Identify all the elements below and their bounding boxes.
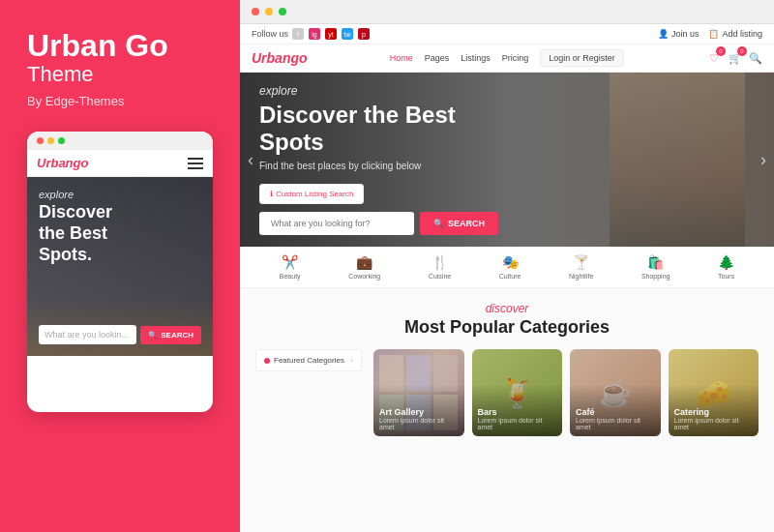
card-catering[interactable]: 🧀 Catering Lorem ipsum dolor sit amet	[669, 349, 759, 436]
categories-grid: Art Gallery Lorem ipsum dolor sit amet 🍹…	[373, 349, 759, 436]
right-panel: Follow us f ig yt tw p 👤 Join us 📋 Add l…	[240, 0, 774, 532]
info-icon: ℹ	[270, 190, 273, 198]
category-bar: ✂️ Beauty 💼 Coworking 🍴 Cuisine 🎭 Cultur…	[240, 247, 774, 288]
hero-title: Discover the Best Spots	[259, 102, 568, 155]
culture-label: Culture	[499, 273, 521, 280]
social-icons: f ig yt tw p	[292, 28, 370, 40]
left-panel: Urban Go Theme By Edge-Themes Urbango ex…	[0, 0, 240, 532]
discover-label: discover	[255, 302, 759, 315]
hero-search-bar: 🔍 SEARCH	[259, 212, 568, 235]
category-nightlife[interactable]: 🍸 Nightlife	[569, 254, 593, 280]
category-coworking[interactable]: 💼 Coworking	[348, 254, 380, 280]
facebook-icon[interactable]: f	[292, 28, 304, 40]
wishlist-count: 0	[716, 46, 726, 56]
youtube-icon[interactable]: yt	[325, 28, 337, 40]
hero-section: explore Discover the Best Spots Find the…	[240, 73, 774, 247]
section-header: discover Most Popular Categories	[255, 302, 759, 338]
cuisine-icon: 🍴	[432, 254, 448, 270]
mobile-hero-title: Discover the Best Spots.	[39, 202, 201, 265]
nav-icons: ♡ 0 🛒 0 🔍	[706, 50, 762, 66]
brand-name: Urban Go Theme	[27, 29, 213, 94]
instagram-icon[interactable]: ig	[309, 28, 320, 40]
search-button[interactable]: 🔍	[749, 52, 762, 65]
site-logo: Urbango	[252, 50, 308, 66]
browser-dot-green[interactable]	[279, 8, 286, 15]
main-content: discover Most Popular Categories Feature…	[240, 288, 774, 532]
beauty-label: Beauty	[280, 273, 301, 280]
category-tours[interactable]: 🌲 Tours	[718, 254, 734, 280]
hero-search-input[interactable]	[259, 212, 414, 235]
site-nav: Urbango Home Pages Listings Pricing Logi…	[240, 44, 774, 73]
card-bars[interactable]: 🍹 Bars Lorem ipsum dolor sit amet	[472, 349, 563, 436]
nightlife-icon: 🍸	[573, 254, 589, 270]
mobile-search-bar: What are you lookin... 🔍 SEARCH	[39, 325, 201, 344]
featured-dot	[264, 358, 270, 364]
twitter-icon[interactable]: tw	[342, 28, 353, 40]
cart-button[interactable]: 🛒 0	[728, 50, 743, 66]
follow-us: Follow us f ig yt tw p	[252, 28, 370, 40]
nav-link-listings[interactable]: Listings	[461, 53, 491, 63]
category-cuisine[interactable]: 🍴 Cuisine	[429, 254, 451, 280]
site-header: Follow us f ig yt tw p 👤 Join us 📋 Add l…	[240, 24, 774, 44]
hero-prev-arrow[interactable]: ‹	[248, 150, 253, 170]
category-culture[interactable]: 🎭 Culture	[499, 254, 521, 280]
pinterest-icon[interactable]: p	[358, 28, 370, 40]
coworking-label: Coworking	[348, 273, 380, 280]
browser-chrome	[240, 0, 774, 24]
join-us-button[interactable]: 👤 Join us	[658, 29, 700, 39]
mobile-dots	[27, 132, 213, 150]
header-right: 👤 Join us 📋 Add listing	[658, 29, 762, 39]
dot-red	[37, 137, 44, 144]
browser-dot-red[interactable]	[252, 8, 259, 15]
hero-explore-label: explore	[259, 84, 568, 98]
nav-link-pages[interactable]: Pages	[425, 53, 450, 63]
shopping-label: Shopping	[641, 273, 670, 280]
category-shopping[interactable]: 🛍️ Shopping	[641, 254, 670, 280]
hero-search-button[interactable]: 🔍 SEARCH	[420, 212, 498, 235]
featured-sidebar: Featured Categories ›	[255, 349, 362, 436]
add-listing-button[interactable]: 📋 Add listing	[708, 29, 762, 39]
hero-subtitle: Find the best places by clicking below	[259, 161, 568, 171]
brand-by: By Edge-Themes	[27, 94, 213, 108]
user-icon: 👤	[658, 29, 669, 39]
card-info-cafe: Café Lorem ipsum dolor sit amet	[576, 407, 655, 430]
mobile-search-input[interactable]: What are you lookin...	[39, 325, 136, 344]
content-layout: Featured Categories ›	[255, 349, 759, 436]
coworking-icon: 💼	[356, 254, 372, 270]
card-cafe[interactable]: ☕ Café Lorem ipsum dolor sit amet	[570, 349, 661, 436]
hero-next-arrow[interactable]: ›	[760, 150, 766, 170]
login-register-button[interactable]: Login or Register	[540, 49, 624, 67]
browser-dot-yellow[interactable]	[265, 8, 273, 15]
wishlist-button[interactable]: ♡ 0	[706, 50, 722, 66]
cart-count: 0	[737, 46, 747, 56]
category-beauty[interactable]: ✂️ Beauty	[280, 254, 301, 280]
nav-link-pricing[interactable]: Pricing	[502, 53, 529, 63]
cuisine-label: Cuisine	[429, 273, 451, 280]
search-icon: 🔍	[433, 219, 444, 228]
nav-links: Home Pages Listings Pricing Login or Reg…	[390, 49, 624, 67]
tours-label: Tours	[718, 273, 734, 280]
card-art-gallery[interactable]: Art Gallery Lorem ipsum dolor sit amet	[373, 349, 464, 436]
card-info-bars: Bars Lorem ipsum dolor sit amet	[478, 407, 557, 430]
mobile-logo: Urbango	[37, 156, 88, 170]
nightlife-label: Nightlife	[569, 273, 593, 280]
search-icon: 🔍	[148, 331, 158, 340]
beauty-icon: ✂️	[282, 254, 298, 270]
mobile-mockup: Urbango explore Discover the Best Spots.…	[27, 132, 213, 412]
shopping-icon: 🛍️	[647, 254, 664, 270]
dot-green	[58, 137, 65, 144]
culture-icon: 🎭	[502, 254, 519, 270]
featured-label: Featured Categories ›	[255, 349, 362, 371]
card-info-catering: Catering Lorem ipsum dolor sit amet	[674, 407, 754, 430]
mobile-nav: Urbango	[27, 150, 213, 177]
listing-icon: 📋	[708, 29, 719, 39]
nav-link-home[interactable]: Home	[390, 53, 413, 63]
mobile-hero: explore Discover the Best Spots. What ar…	[27, 177, 213, 356]
custom-listing-btn[interactable]: ℹ Custom Listing Search	[259, 184, 364, 204]
mobile-search-button[interactable]: 🔍 SEARCH	[140, 326, 201, 344]
card-info-art-gallery: Art Gallery Lorem ipsum dolor sit amet	[379, 407, 459, 430]
hero-content: explore Discover the Best Spots Find the…	[240, 84, 587, 235]
hamburger-icon[interactable]	[188, 158, 203, 169]
dot-yellow	[47, 137, 54, 144]
mobile-hero-content: explore Discover the Best Spots.	[39, 189, 201, 265]
